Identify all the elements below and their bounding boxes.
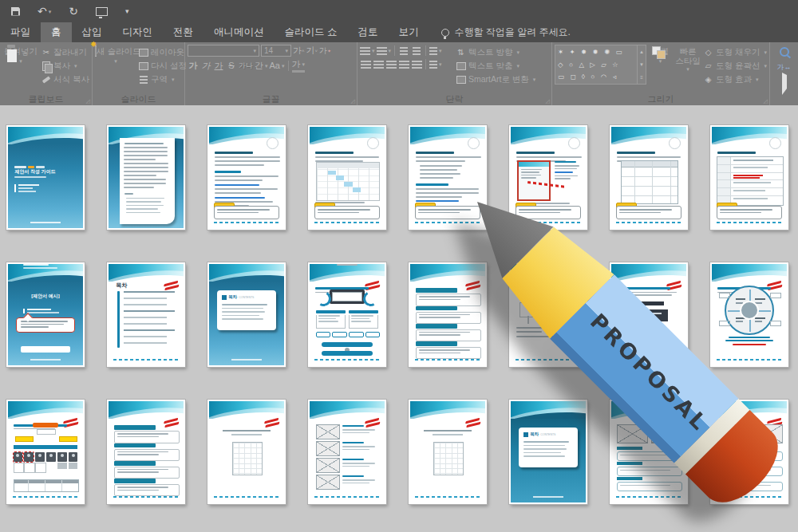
slide-sorter-canvas[interactable]: 제안서 작성 가이드 — [0, 105, 798, 532]
redo-button[interactable]: ↻ — [69, 6, 78, 17]
slide-thumbnail-13[interactable] — [409, 262, 487, 367]
quick-styles-button[interactable]: 빠른 스타일 ▾ — [674, 45, 701, 93]
tab-transitions[interactable]: 전환 — [163, 22, 203, 42]
shapes-gallery[interactable]: ✶ ✦ ✸ ✹ ✺ ▭ ◇ ○ △ ▷ ▱ ☆ ▭ ◻ ◊ ○ ◠ ◃ ▲▼≡ — [555, 45, 646, 93]
callout-box — [717, 203, 783, 219]
save-icon — [11, 7, 20, 16]
slide-thumbnail-2[interactable] — [107, 125, 185, 230]
slide-thumbnail-11[interactable]: 목차 CONTENTS — [207, 262, 286, 367]
cut-button[interactable]: ✂잘라내기 — [41, 46, 89, 58]
text-direction-button[interactable]: ⇅텍스트 방향▾ — [456, 46, 535, 58]
font-group-label: 글꼴◿ — [185, 93, 357, 105]
slide-thumbnail-12[interactable] — [308, 262, 386, 367]
shapes-grid[interactable]: ✶ ✦ ✸ ✹ ✺ ▭ ◇ ○ △ ▷ ▱ ☆ ▭ ◻ ◊ ○ ◠ ◃ — [555, 45, 638, 85]
justify-button[interactable] — [398, 58, 409, 70]
align-right-button[interactable] — [385, 58, 397, 70]
bullets-button[interactable]: ▾ — [360, 45, 375, 57]
qat-customize-button[interactable]: ▾ — [125, 8, 129, 15]
align-left-button[interactable] — [360, 58, 371, 70]
tab-slideshow[interactable]: 슬라이드 쇼 — [275, 22, 348, 42]
shapes-scrollbar[interactable]: ▲▼≡ — [638, 45, 646, 85]
slide-thumbnail-3[interactable] — [207, 125, 286, 230]
replace-button[interactable]: 가↔ — [777, 64, 792, 71]
slide-content: 목차 — [109, 264, 184, 365]
layout-button[interactable]: 레이아웃▾ — [138, 46, 192, 58]
dotted-footer — [113, 359, 180, 361]
font-name-combo[interactable]: ▾ — [188, 45, 259, 57]
align-text-button[interactable]: 텍스트 맞춤▾ — [456, 60, 535, 72]
slide-thumbnail-17[interactable] — [6, 400, 85, 504]
slide-thumbnail-20[interactable] — [308, 400, 386, 504]
text-direction-icon: ⇅ — [456, 48, 466, 57]
slide-content — [712, 127, 787, 228]
slide-thumbnail-4[interactable] — [308, 125, 386, 230]
bold-button[interactable]: 가 — [188, 60, 199, 72]
slide-content — [410, 401, 485, 502]
shrink-font-button[interactable]: 기˅ — [306, 45, 318, 57]
clear-formatting-button[interactable]: 가✦ — [319, 45, 331, 57]
dialog-launcher-font[interactable]: ◿ — [351, 98, 355, 104]
shape-outline-button[interactable]: ▱도형 윤곽선▾ — [703, 60, 767, 72]
grow-font-button[interactable]: 가˄ — [293, 45, 305, 57]
slide-thumbnail-16[interactable] — [710, 262, 788, 367]
callout-box — [616, 203, 682, 219]
select-button[interactable] — [782, 75, 787, 89]
dialog-launcher-paragraph[interactable]: ◿ — [546, 98, 550, 104]
tab-design[interactable]: 디자인 — [113, 22, 164, 42]
slide-thumbnail-18[interactable] — [107, 400, 185, 504]
character-spacing-button[interactable]: 간▾ — [255, 60, 268, 72]
section-button[interactable]: 구역▾ — [138, 73, 192, 85]
italic-button[interactable]: 가 — [200, 60, 211, 72]
dialog-launcher-clipboard[interactable]: ◿ — [86, 98, 90, 104]
shape-effects-button[interactable]: ◈도형 효과▾ — [703, 73, 767, 85]
slide-thumbnail-1[interactable]: 제안서 작성 가이드 — [6, 125, 85, 230]
lightbulb-icon — [441, 29, 449, 37]
tab-animations[interactable]: 애니메이션 — [203, 22, 275, 42]
distribute-button[interactable] — [411, 58, 422, 70]
slide-thumbnail-10[interactable]: 목차 — [107, 262, 185, 367]
copy-button[interactable]: 복사▾ — [41, 60, 89, 72]
start-slideshow-button[interactable] — [96, 7, 108, 16]
tell-me-box[interactable]: 수행할 작업을 알려 주세요. — [441, 22, 570, 42]
slide-thumbnail-8[interactable] — [710, 125, 788, 230]
slide-content: 목차 CONTENTS — [209, 264, 284, 365]
tab-review[interactable]: 검토 — [347, 22, 388, 42]
font-color-button[interactable]: 가▾ — [292, 58, 306, 73]
font-size-combo[interactable]: 14▾ — [261, 45, 291, 57]
underline-button[interactable]: 가 — [213, 60, 224, 72]
decrease-indent-button[interactable] — [398, 45, 409, 57]
paste-button[interactable]: 붙여넣기 ▾ — [2, 45, 39, 93]
convert-smartart-button[interactable]: SmartArt로 변환▾ — [456, 73, 535, 85]
slide-thumbnail-9[interactable]: [제안서 예시] — [6, 262, 85, 367]
find-button[interactable] — [780, 45, 789, 60]
increase-indent-button[interactable] — [411, 45, 422, 57]
numbering-button[interactable]: ▾ — [377, 45, 392, 57]
shape-effects-icon: ◈ — [703, 75, 713, 84]
save-button[interactable] — [11, 7, 20, 16]
change-case-button[interactable]: Aa▾ — [270, 60, 285, 72]
reset-button[interactable]: 다시 설정 — [138, 60, 192, 72]
tab-home[interactable]: 홈 — [41, 22, 72, 42]
tab-view[interactable]: 보기 — [388, 22, 429, 42]
tell-me-label: 수행할 작업을 알려 주세요. — [454, 26, 570, 39]
line-spacing-button[interactable]: ▾ — [429, 45, 442, 57]
slide-thumbnail-7[interactable] — [610, 125, 688, 230]
strikethrough-button[interactable]: S — [226, 60, 237, 72]
reset-icon — [138, 62, 148, 70]
format-painter-button[interactable]: 서식 복사 — [41, 73, 89, 85]
undo-button[interactable]: ↶▾ — [38, 6, 51, 17]
slide-thumbnail-19[interactable] — [207, 400, 286, 504]
slide-content — [209, 127, 284, 228]
dotted-footer — [717, 222, 783, 224]
tab-file[interactable]: 파일 — [0, 22, 41, 42]
slide-thumbnail-22[interactable]: 목차 CONTENTS — [509, 400, 587, 504]
slide-thumbnail-21[interactable] — [409, 400, 487, 504]
toc-card-subtitle: CONTENTS — [540, 433, 555, 436]
new-slide-button[interactable]: 새 슬라이드 ▾ — [95, 45, 136, 93]
text-shadow-button[interactable]: 가나 — [239, 60, 253, 72]
align-center-button[interactable] — [373, 58, 384, 70]
dialog-launcher-drawing[interactable]: ◿ — [764, 98, 768, 104]
shape-fill-button[interactable]: ◇도형 채우기▾ — [703, 46, 767, 58]
columns-button[interactable]: ▾ — [429, 58, 442, 70]
arrange-button[interactable]: 정렬 ▾ — [648, 45, 673, 93]
